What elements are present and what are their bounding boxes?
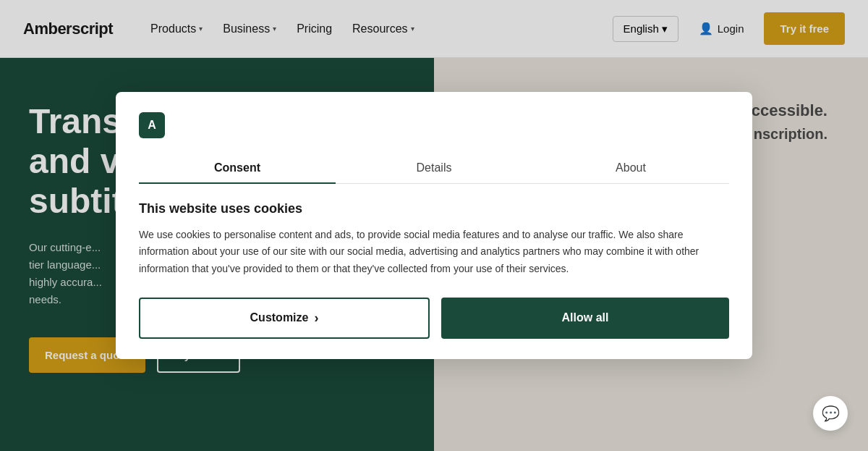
chat-icon: 💬 bbox=[822, 405, 840, 422]
tab-about[interactable]: About bbox=[532, 153, 729, 183]
cookie-body-text: We use cookies to personalise content an… bbox=[139, 227, 729, 277]
cookie-modal: A Consent Details About This website use… bbox=[116, 92, 752, 358]
cookie-tabs: Consent Details About bbox=[139, 153, 729, 184]
chat-widget[interactable]: 💬 bbox=[813, 396, 848, 431]
chevron-right-icon: › bbox=[314, 311, 318, 326]
customize-button[interactable]: Customize › bbox=[139, 298, 430, 339]
tab-details[interactable]: Details bbox=[336, 153, 532, 183]
customize-label: Customize bbox=[250, 311, 309, 324]
tab-consent[interactable]: Consent bbox=[139, 153, 336, 183]
allow-all-button[interactable]: Allow all bbox=[441, 298, 729, 339]
cookie-title: This website uses cookies bbox=[139, 201, 729, 216]
cookie-modal-logo: A bbox=[139, 112, 165, 138]
cookie-actions: Customize › Allow all bbox=[139, 298, 729, 339]
cookie-overlay: A Consent Details About This website use… bbox=[0, 0, 868, 451]
